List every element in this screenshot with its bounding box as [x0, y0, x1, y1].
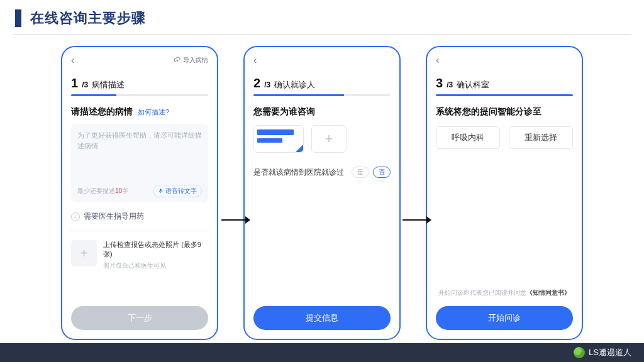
back-button[interactable]: ‹ [71, 55, 74, 66]
need-med-label: 需要医生指导用药 [84, 211, 144, 222]
section-title: 系统将您的提问智能分诊至 [436, 106, 541, 118]
seg-yes[interactable]: 是 [352, 167, 369, 178]
progress-track [71, 94, 208, 96]
textarea-placeholder: 为了更好获得医生帮助，请尽可能详细描述病情 [77, 130, 202, 151]
section-title: 您需要为谁咨询 [253, 106, 315, 118]
min-words-hint: 最少还要描述10字 [77, 187, 128, 195]
upload-title: 上传检查报告或患处照片 (最多9张) [103, 240, 208, 260]
import-condition-button[interactable]: 导入病情 [174, 56, 208, 65]
step-current: 3 [436, 76, 443, 90]
progress-fill [253, 94, 344, 96]
svg-rect-0 [160, 189, 161, 192]
add-patient-button[interactable]: + [311, 125, 347, 153]
microphone-icon [158, 188, 164, 195]
upload-sub: 照片仅自己和医生可见 [103, 261, 208, 270]
progress-track [253, 94, 391, 96]
department-choice[interactable]: 呼吸内科 [436, 126, 500, 149]
voice-to-text-button[interactable]: 语音转文字 [153, 185, 202, 197]
step-current: 2 [253, 76, 260, 90]
phone-step-2: ‹ 2 /3 确认就诊人 您需要为谁咨询 + 是否就该病情到医院就诊过 是 [243, 46, 401, 340]
footer-brand: LS邋遢道人 [589, 347, 631, 358]
footer-brand-bar: LS邋遢道人 [0, 343, 644, 362]
progress-fill [71, 94, 116, 96]
how-to-describe-link[interactable]: 如何描述? [138, 107, 169, 117]
plus-icon: + [80, 246, 88, 261]
patient-card-selected[interactable] [253, 125, 304, 153]
consent-link[interactable]: 《知情同意书》 [526, 289, 570, 296]
title-accent-bar [15, 9, 21, 27]
consent-text: 开始问诊即代表您已阅读并同意《知情同意书》 [436, 289, 573, 297]
step-total: /3 [264, 80, 270, 89]
divider [69, 231, 211, 231]
section-title: 请描述您的病情 [71, 106, 133, 118]
step-current: 1 [71, 76, 78, 90]
back-button[interactable]: ‹ [253, 55, 257, 66]
progress-track [436, 94, 573, 96]
phone-step-1: ‹ 导入病情 1 /3 病情描述 请描述您的病情 如何描述? 为了更好获得医生帮 [61, 46, 218, 340]
start-consult-button[interactable]: 开始问诊 [436, 306, 573, 330]
wechat-logo-icon [574, 347, 585, 358]
step-total: /3 [447, 80, 453, 89]
plus-icon: + [325, 131, 333, 147]
step-total: /3 [82, 80, 88, 89]
need-medication-checkbox[interactable]: 需要医生指导用药 [71, 211, 208, 222]
step-label: 确认就诊人 [274, 79, 315, 90]
redacted-bar [257, 138, 282, 143]
progress-fill [436, 94, 573, 96]
import-label: 导入病情 [183, 56, 208, 65]
phone-step-3: ‹ 3 /3 确认科室 系统将您的提问智能分诊至 呼吸内科 重新选择 开始问诊即… [426, 46, 583, 340]
redacted-bar [257, 129, 294, 135]
back-button[interactable]: ‹ [436, 55, 439, 66]
selected-corner-icon [295, 144, 304, 153]
next-step-button[interactable]: 下一步 [71, 306, 208, 330]
step-label: 病情描述 [92, 79, 125, 90]
seg-no[interactable]: 否 [373, 167, 391, 178]
symptom-textarea[interactable]: 为了更好获得医生帮助，请尽可能详细描述病情 最少还要描述10字 语音转文字 [71, 124, 208, 202]
step-label: 确认科室 [457, 79, 489, 90]
page-title: 在线咨询主要步骤 [30, 9, 146, 28]
prior-visit-question: 是否就该病情到医院就诊过 [253, 168, 344, 177]
check-circle-icon [71, 212, 80, 221]
reselect-choice[interactable]: 重新选择 [509, 126, 573, 149]
upload-photo-button[interactable]: + [71, 240, 97, 266]
submit-button[interactable]: 提交信息 [253, 306, 391, 330]
cloud-upload-icon [174, 56, 181, 65]
